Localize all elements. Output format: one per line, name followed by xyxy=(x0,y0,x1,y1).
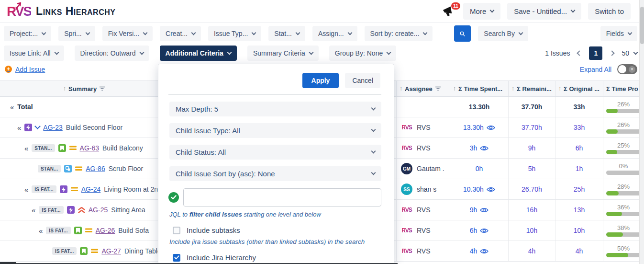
remaining-value[interactable]: 5h xyxy=(528,165,536,172)
filter-icon[interactable] xyxy=(435,86,441,91)
panel-select[interactable]: Max Depth: 5 xyxy=(169,102,381,116)
chevron-down-icon xyxy=(490,8,495,13)
eye-icon[interactable] xyxy=(487,125,495,131)
filter-button[interactable]: Group By: None xyxy=(329,46,396,61)
expand-all-toggle[interactable]: × xyxy=(617,64,637,74)
search-button[interactable] xyxy=(454,25,471,42)
filter-button[interactable]: Additional Criteria xyxy=(160,46,237,61)
issue-key-link[interactable]: AG-25 xyxy=(89,206,108,214)
eye-icon[interactable] xyxy=(480,145,489,151)
time-spent-value[interactable]: 13.30h xyxy=(469,103,490,111)
expand-chevron-icon[interactable] xyxy=(34,123,41,129)
original-value[interactable]: 33h xyxy=(573,103,585,111)
jql-input[interactable] xyxy=(183,188,381,207)
eye-icon[interactable] xyxy=(487,186,495,193)
time-spent-value[interactable]: 10.30h xyxy=(463,185,484,193)
filter-button[interactable]: Issue Typ... xyxy=(208,26,261,41)
prev-page-button[interactable] xyxy=(577,50,582,56)
original-value[interactable]: 13h xyxy=(574,206,585,214)
save-button[interactable]: Save - Untitled... xyxy=(507,3,581,20)
original-cell: 6h xyxy=(555,138,603,158)
apply-button[interactable]: Apply xyxy=(302,73,339,88)
remaining-value[interactable]: 10h xyxy=(526,227,537,234)
panel-checkbox-row[interactable]: Include Jira Hierarchy xyxy=(173,253,381,262)
announcement-icon[interactable]: 11 xyxy=(442,6,456,17)
current-page[interactable]: 1 xyxy=(589,46,602,60)
collapse-toggle[interactable]: « xyxy=(24,185,28,194)
time-spent-value[interactable]: 0h xyxy=(476,165,483,172)
panel-select[interactable]: Child Status: All xyxy=(169,145,381,160)
collapse-toggle[interactable]: « xyxy=(39,227,43,235)
progress-bar xyxy=(606,191,644,195)
remaining-value[interactable]: 26.70h xyxy=(522,185,542,193)
original-value[interactable]: 4h xyxy=(576,247,583,255)
original-value[interactable]: 33h xyxy=(574,124,585,131)
fields-button[interactable]: Fields xyxy=(600,26,637,41)
switch-to-button[interactable]: Switch to xyxy=(588,3,631,20)
filter-button[interactable]: Stat... xyxy=(268,26,305,41)
eye-icon[interactable] xyxy=(480,248,489,254)
collapse-toggle[interactable]: « xyxy=(17,124,21,132)
eye-icon[interactable] xyxy=(480,207,489,213)
remaining-value[interactable]: 37.70h xyxy=(522,124,542,131)
expand-all-link[interactable]: Expand All xyxy=(580,66,611,73)
filter-button[interactable]: Summary Criteria xyxy=(247,46,319,61)
filter-button[interactable]: Assign... xyxy=(312,26,357,41)
filter-button[interactable]: Creat... xyxy=(160,26,201,41)
time-spent-value[interactable]: 13.30h xyxy=(463,124,484,131)
time-spent-value[interactable]: 9h xyxy=(470,206,477,214)
filter-button[interactable]: Issue Link: All xyxy=(4,46,64,61)
issue-key-link[interactable]: AG-26 xyxy=(96,227,115,234)
issue-key-link[interactable]: AG-23 xyxy=(43,124,62,131)
time-spent-value[interactable]: 4h xyxy=(470,247,477,255)
more-button[interactable]: More xyxy=(463,3,500,20)
filter-button[interactable]: Fix Versi... xyxy=(102,26,153,41)
issue-key-link[interactable]: AG-24 xyxy=(81,185,100,193)
filter-button[interactable]: Sort by: create... xyxy=(365,26,433,41)
column-header-assignee[interactable]: ↑ Assignee xyxy=(396,81,450,96)
filter-button[interactable]: Direction: Outward xyxy=(75,46,149,61)
assignee-cell: RVS RVS xyxy=(396,117,450,138)
column-header-original[interactable]: ↑ Σ Original ... xyxy=(555,81,603,96)
issue-key-link[interactable]: AG-63 xyxy=(80,144,99,152)
remaining-value[interactable]: 16h xyxy=(526,206,537,214)
column-header-time-spent[interactable]: ↑ Σ Time Spent... xyxy=(450,81,508,96)
vertical-scrollbar[interactable] xyxy=(639,0,644,264)
time-spent-cell: 0h xyxy=(450,159,508,179)
filter-icon[interactable] xyxy=(99,86,105,91)
time-spent-value[interactable]: 6h xyxy=(470,227,477,234)
page-size-select[interactable]: 50 xyxy=(622,49,637,57)
remaining-value[interactable]: 37.70h xyxy=(522,103,543,111)
issue-key-link[interactable]: AG-86 xyxy=(86,165,105,172)
link-type-badge: IS FAT... xyxy=(46,227,70,234)
search-by-button[interactable]: Search By xyxy=(478,26,528,41)
remaining-value[interactable]: 4h xyxy=(528,247,536,255)
filter-button[interactable]: Project:... xyxy=(4,26,51,41)
original-value[interactable]: 1h xyxy=(576,165,583,172)
priority-icon xyxy=(85,228,92,233)
time-spent-value[interactable]: 3h xyxy=(470,144,477,152)
next-page-button[interactable] xyxy=(610,50,615,56)
panel-checkbox-row[interactable]: Include subtasks xyxy=(173,226,381,234)
add-issue-link[interactable]: + Add Issue xyxy=(5,66,45,73)
collapse-toggle[interactable]: « xyxy=(32,206,35,214)
collapse-toggle[interactable]: « xyxy=(24,144,28,152)
remaining-value[interactable]: 9h xyxy=(528,144,536,152)
panel-select[interactable]: Child Issue Sort by (asc): None xyxy=(169,166,381,181)
checkbox[interactable] xyxy=(173,227,180,234)
checkbox[interactable] xyxy=(173,254,180,262)
progress-bar xyxy=(606,212,644,216)
filter-button[interactable]: Spri... xyxy=(58,26,95,41)
original-value[interactable]: 6h xyxy=(576,144,583,152)
collapse-toggle[interactable]: « xyxy=(10,103,14,111)
original-value[interactable]: 10h xyxy=(574,227,585,234)
scrollbar-thumb[interactable] xyxy=(640,7,644,44)
issue-key-link[interactable]: AG-27 xyxy=(101,247,121,255)
progress-fill xyxy=(606,129,618,134)
column-header-progress[interactable]: Σ Time Pro xyxy=(603,81,644,96)
eye-icon[interactable] xyxy=(480,228,489,234)
cancel-button[interactable]: Cancel xyxy=(345,73,380,88)
panel-select[interactable]: Child Issue Type: All xyxy=(169,123,381,138)
column-header-remaining[interactable]: ↑ Σ Remaini... xyxy=(508,81,555,96)
original-value[interactable]: 25h xyxy=(574,185,585,193)
